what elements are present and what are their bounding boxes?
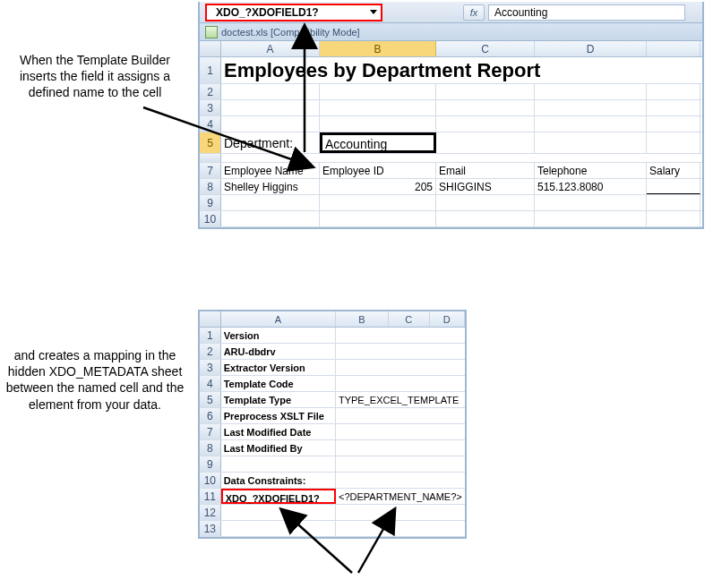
metadata-mapping-value[interactable]: <?DEPARTMENT_NAME?> [336,489,465,504]
cell[interactable] [535,100,647,115]
header-employee-id[interactable]: Employee ID [320,163,436,178]
row-header[interactable]: 7 [200,424,221,439]
cell[interactable] [320,195,436,210]
cell[interactable] [436,116,535,132]
col-header-e[interactable] [647,41,700,56]
data-employee-id[interactable]: 205 [320,179,436,194]
cell[interactable] [535,211,647,226]
row-header[interactable]: 4 [200,116,221,132]
cell[interactable] [647,132,700,153]
cell[interactable] [436,211,535,226]
row-header[interactable] [200,154,221,162]
col-header-b[interactable]: B [336,311,389,327]
cell[interactable] [647,211,700,226]
top-sheet-grid[interactable]: A B C D 1 Employees by Department Report… [200,41,702,227]
metadata-key-cell[interactable]: Preprocess XSLT File [221,408,336,423]
row-header[interactable]: 1 [200,57,221,83]
row-header[interactable]: 9 [200,195,221,210]
metadata-key-cell[interactable]: Extractor Version [221,360,336,375]
cell[interactable] [436,84,535,99]
cell[interactable] [647,195,700,210]
report-title-cell[interactable]: Employees by Department Report [221,57,700,83]
metadata-value-cell[interactable] [336,344,465,359]
metadata-key-cell[interactable]: Version [221,328,336,343]
metadata-value-cell[interactable] [336,521,465,536]
name-box[interactable]: XDO_?XDOFIELD1? [205,4,382,21]
cell[interactable] [647,84,700,99]
cell[interactable] [221,84,320,99]
metadata-value-cell[interactable] [336,328,465,343]
metadata-key-cell[interactable]: ARU-dbdrv [221,344,336,359]
cell[interactable] [535,84,647,99]
metadata-key-cell[interactable] [221,521,336,536]
row-header[interactable]: 6 [200,408,221,423]
metadata-key-cell[interactable]: Template Type [221,392,336,407]
row-header[interactable]: 8 [200,179,221,194]
metadata-value-cell[interactable] [336,424,465,439]
row-header[interactable]: 13 [200,521,221,536]
row-header[interactable]: 1 [200,328,221,343]
header-salary[interactable]: Salary [647,163,700,178]
metadata-value-cell[interactable] [336,456,465,472]
name-box-dropdown-icon[interactable] [370,10,377,14]
cell[interactable] [221,100,320,115]
metadata-value-cell[interactable] [336,440,465,456]
cell[interactable] [320,116,436,132]
col-header-c[interactable]: C [389,311,429,327]
cell[interactable] [436,132,535,153]
metadata-value-cell[interactable] [336,376,465,391]
row-header[interactable]: 8 [200,440,221,456]
metadata-key-cell[interactable] [221,505,336,520]
cell[interactable] [535,116,647,132]
data-employee-name[interactable]: Shelley Higgins [221,179,320,194]
col-header-d[interactable]: D [535,41,647,56]
metadata-value-cell[interactable] [336,360,465,375]
row-header[interactable]: 9 [200,456,221,472]
select-all-corner[interactable] [200,41,221,56]
row-header[interactable]: 10 [200,473,221,488]
data-email[interactable]: SHIGGINS [436,179,535,194]
cell[interactable] [647,116,700,132]
metadata-value-cell[interactable]: TYPE_EXCEL_TEMPLATE [336,392,465,407]
cell[interactable] [535,195,647,210]
data-telephone[interactable]: 515.123.8080 [535,179,647,194]
row-header[interactable]: 7 [200,163,221,178]
cell[interactable] [221,116,320,132]
col-header-b[interactable]: B [320,41,436,56]
row-header[interactable]: 10 [200,211,221,226]
metadata-value-cell[interactable] [336,505,465,520]
formula-input[interactable]: Accounting [488,4,685,21]
col-header-a[interactable]: A [221,311,336,327]
data-salary[interactable] [647,179,700,194]
row-header[interactable]: 11 [200,489,221,504]
row-header[interactable]: 2 [200,344,221,359]
metadata-key-cell[interactable]: Last Modified By [221,440,336,456]
row-header-selected[interactable]: 5 [200,132,221,153]
cell[interactable] [647,100,700,115]
cell[interactable] [221,154,700,162]
metadata-key-cell[interactable]: Data Constraints: [221,473,336,488]
metadata-key-cell[interactable]: Template Code [221,376,336,391]
row-header[interactable]: 4 [200,376,221,391]
row-header[interactable]: 2 [200,84,221,99]
cell[interactable] [221,195,320,210]
header-employee-name[interactable]: Employee Name [221,163,320,178]
metadata-named-cell[interactable]: XDO_?XDOFIELD1? [221,489,336,504]
header-email[interactable]: Email [436,163,535,178]
row-header[interactable]: 5 [200,392,221,407]
cell[interactable] [221,211,320,226]
row-header[interactable]: 3 [200,360,221,375]
cell[interactable] [436,100,535,115]
department-label-cell[interactable]: Department: [221,132,320,153]
col-header-d[interactable]: D [430,311,465,327]
row-header[interactable]: 12 [200,505,221,520]
cell[interactable] [320,100,436,115]
department-value-cell[interactable]: Accounting [320,132,436,153]
row-header[interactable]: 3 [200,100,221,115]
cell[interactable] [320,84,436,99]
header-telephone[interactable]: Telephone [535,163,647,178]
metadata-key-cell[interactable] [221,456,336,472]
cell[interactable] [320,211,436,226]
metadata-value-cell[interactable] [336,473,465,488]
col-header-a[interactable]: A [221,41,320,56]
